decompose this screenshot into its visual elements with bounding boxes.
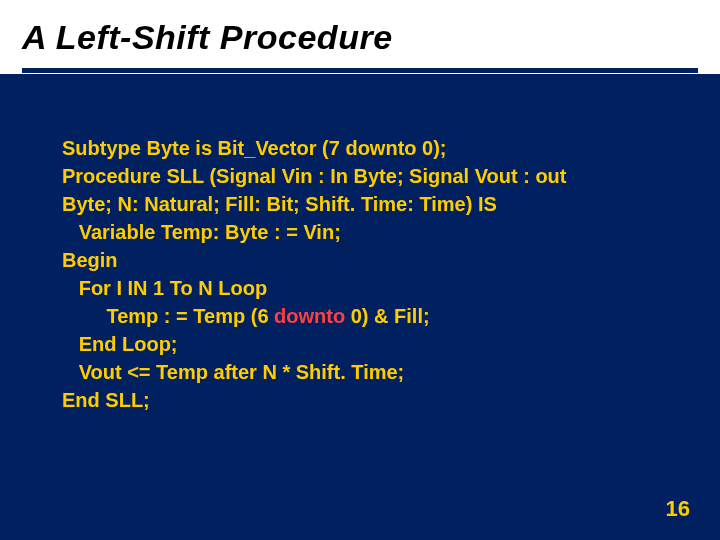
page-number: 16: [666, 496, 690, 522]
code-fragment: 0) & Fill;: [345, 305, 429, 327]
code-keyword-downto: downto: [274, 305, 345, 327]
title-underline: [22, 68, 698, 73]
slide-title: A Left-Shift Procedure: [0, 0, 720, 69]
slide-body: Subtype Byte is Bit_Vector (7 downto 0);…: [0, 74, 720, 414]
code-line: Procedure SLL (Signal Vin : In Byte; Sig…: [62, 162, 670, 190]
code-fragment: Temp : = Temp (6: [62, 305, 274, 327]
code-line: End Loop;: [62, 330, 670, 358]
code-line: Temp : = Temp (6 downto 0) & Fill;: [62, 302, 670, 330]
slide: A Left-Shift Procedure Subtype Byte is B…: [0, 0, 720, 540]
code-line: Begin: [62, 246, 670, 274]
code-line: Byte; N: Natural; Fill: Bit; Shift. Time…: [62, 190, 670, 218]
code-line: Vout <= Temp after N * Shift. Time;: [62, 358, 670, 386]
code-line: End SLL;: [62, 386, 670, 414]
header: A Left-Shift Procedure: [0, 0, 720, 74]
code-line: For I IN 1 To N Loop: [62, 274, 670, 302]
code-line: Variable Temp: Byte : = Vin;: [62, 218, 670, 246]
code-line: Subtype Byte is Bit_Vector (7 downto 0);: [62, 134, 670, 162]
